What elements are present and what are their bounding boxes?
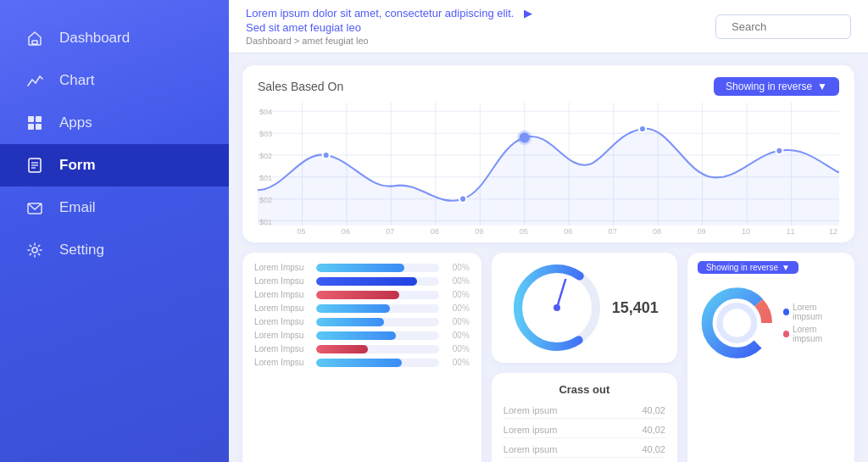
bar-row-5: Lorem Impsu 00%	[254, 317, 470, 326]
bar-label-3: Lorem Impsu	[254, 290, 309, 299]
bar-track-2	[316, 277, 439, 286]
legend-dot-2	[783, 331, 789, 337]
svg-rect-2	[36, 116, 42, 122]
bar-pct-5: 00%	[446, 317, 470, 326]
sidebar-item-label-setting: Setting	[59, 242, 104, 259]
chart-icon	[25, 71, 44, 90]
crossout-label-2: Lorem ipsum	[504, 425, 558, 435]
bar-fill-3	[316, 291, 399, 299]
gauge-svg	[510, 261, 604, 354]
crossout-value-3: 40,02	[642, 444, 665, 454]
chart-area: $04 $03 $02 $01 $02 $01 05 06 07 08 09 0…	[258, 103, 839, 234]
crossout-label-3: Lorem ipsum	[504, 444, 558, 454]
bar-fill-1	[316, 264, 404, 272]
bar-label-1: Lorem Impsu	[254, 263, 309, 272]
svg-text:09: 09	[698, 227, 706, 234]
svg-text:$01: $01	[259, 174, 272, 182]
bar-label-7: Lorem Impsu	[254, 344, 309, 353]
bar-row-7: Lorem Impsu 00%	[254, 344, 470, 353]
svg-text:10: 10	[742, 227, 750, 234]
legend-label-1: Lorem impsum	[793, 303, 844, 321]
bars-card: Lorem Impsu 00% Lorem Impsu 00% Lorem Im…	[242, 253, 481, 462]
svg-text:$02: $02	[259, 196, 272, 204]
svg-text:$04: $04	[259, 108, 272, 116]
donut-dropdown[interactable]: Showing in reverse ▼	[698, 261, 798, 274]
svg-text:07: 07	[386, 227, 394, 234]
svg-text:06: 06	[342, 227, 350, 234]
bar-pct-6: 00%	[446, 331, 470, 340]
svg-rect-3	[28, 124, 34, 130]
svg-text:08: 08	[431, 227, 439, 234]
sidebar-item-dashboard[interactable]: Dashboard	[0, 17, 229, 59]
bar-fill-5	[316, 318, 384, 326]
header-subtitle-text: Sed sit amet feugiat leo	[246, 21, 361, 34]
sidebar-item-label-apps: Apps	[59, 114, 92, 131]
search-input[interactable]	[715, 14, 851, 39]
legend-dot-1	[783, 309, 789, 315]
crossout-row-3: Lorem ipsum 40,02	[504, 442, 665, 458]
bar-pct-7: 00%	[446, 344, 470, 353]
sidebar-item-label-form: Form	[59, 157, 96, 174]
bar-fill-7	[316, 345, 368, 353]
header-title: Lorem ipsum dolor sit amet, consectetur …	[246, 7, 532, 19]
bar-label-4: Lorem Impsu	[254, 303, 309, 313]
svg-text:12: 12	[829, 227, 837, 234]
svg-point-59	[720, 306, 754, 341]
sidebar-item-email[interactable]: Email	[0, 186, 229, 229]
bar-track-7	[316, 345, 439, 353]
bar-track-3	[316, 291, 439, 299]
chart-card: Sales Based On Showing in reverse ▼	[242, 65, 854, 242]
bar-pct-4: 00%	[446, 303, 470, 313]
crossout-row-1: Lorem ipsum 40,02	[504, 403, 665, 419]
email-icon	[25, 198, 44, 217]
bar-fill-2	[316, 277, 417, 286]
bar-row-2: Lorem Impsu 00%	[254, 276, 470, 286]
legend-label-2: Lorem impsum	[793, 325, 844, 343]
chart-dropdown[interactable]: Showing in reverse ▼	[714, 77, 839, 96]
bar-track-5	[316, 318, 439, 326]
donut-svg	[698, 281, 776, 365]
chevron-down-icon: ▼	[817, 81, 827, 92]
bar-track-1	[316, 264, 439, 272]
bar-label-8: Lorem Impsu	[254, 358, 309, 367]
svg-text:05: 05	[297, 227, 305, 234]
crossout-value-2: 40,02	[642, 425, 665, 435]
svg-rect-0	[32, 41, 37, 44]
content-area: Sales Based On Showing in reverse ▼	[229, 53, 868, 462]
svg-text:06: 06	[564, 227, 572, 234]
svg-text:08: 08	[653, 227, 661, 234]
svg-point-30	[459, 196, 466, 203]
donut-body: Lorem impsum Lorem impsum	[698, 281, 844, 365]
sidebar-item-form[interactable]: Form	[0, 144, 229, 186]
legend-item-1: Lorem impsum	[783, 303, 844, 321]
svg-line-55	[557, 280, 565, 308]
sidebar-item-setting[interactable]: Setting	[0, 229, 229, 271]
bar-pct-8: 00%	[446, 358, 470, 367]
svg-text:11: 11	[786, 227, 794, 234]
donut-dropdown-label: Showing in reverse	[706, 263, 778, 272]
svg-text:$03: $03	[259, 130, 272, 138]
bar-pct-1: 00%	[446, 263, 470, 272]
sidebar-item-apps[interactable]: Apps	[0, 102, 229, 144]
bar-row-8: Lorem Impsu 00%	[254, 358, 470, 367]
svg-rect-4	[36, 124, 42, 130]
legend-item-2: Lorem impsum	[783, 325, 844, 343]
svg-text:07: 07	[609, 227, 617, 234]
svg-rect-1	[28, 116, 34, 122]
sidebar-item-label-chart: Chart	[59, 72, 95, 89]
svg-text:09: 09	[475, 227, 483, 234]
header-subtitle: Sed sit amet feugiat leo	[246, 21, 532, 34]
crossout-card: Crass out Lorem ipsum 40,02 Lorem ipsum …	[492, 373, 677, 462]
sidebar-item-chart[interactable]: Chart	[0, 59, 229, 102]
bar-track-8	[316, 359, 439, 367]
main-content: Lorem ipsum dolor sit amet, consectetur …	[229, 0, 868, 462]
header: Lorem ipsum dolor sit amet, consectetur …	[229, 0, 868, 53]
bar-pct-2: 00%	[446, 276, 470, 286]
svg-point-56	[554, 304, 560, 311]
svg-point-29	[323, 152, 330, 159]
svg-text:$01: $01	[259, 218, 272, 226]
bar-row-4: Lorem Impsu 00%	[254, 303, 470, 313]
crossout-value-1: 40,02	[642, 405, 665, 415]
bar-row-1: Lorem Impsu 00%	[254, 263, 470, 272]
apps-icon	[25, 114, 44, 132]
